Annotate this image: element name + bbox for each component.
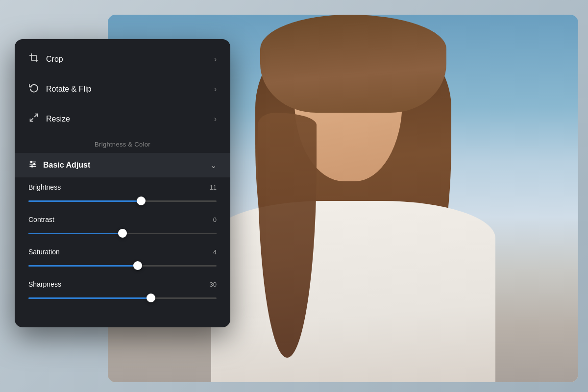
rotate-icon <box>28 83 39 95</box>
crop-chevron: › <box>214 55 217 64</box>
sliders-area: Brightness 11 Contrast 0 <box>15 179 230 318</box>
sharpness-value: 30 <box>210 281 217 288</box>
brightness-color-section: Brightness & Color <box>15 134 230 153</box>
resize-label: Resize <box>46 115 70 123</box>
rotate-menu-item[interactable]: Rotate & Flip › <box>15 74 230 104</box>
svg-line-1 <box>30 119 33 122</box>
rotate-label: Rotate & Flip <box>46 85 91 94</box>
crop-icon <box>28 53 39 65</box>
basic-adjust-accordion[interactable]: Basic Adjust ⌄ <box>15 153 230 177</box>
saturation-slider[interactable] <box>28 261 217 270</box>
saturation-slider-row: Saturation 4 <box>28 248 217 270</box>
sliders-icon <box>28 160 37 171</box>
svg-point-6 <box>34 164 35 165</box>
crop-label: Crop <box>46 55 63 64</box>
side-panel: Crop › Rotate & Flip › <box>15 39 230 327</box>
resize-chevron: › <box>214 115 217 123</box>
saturation-value: 4 <box>213 248 217 256</box>
sharpness-slider[interactable] <box>28 293 217 303</box>
scene: Crop › Rotate & Flip › <box>0 0 588 392</box>
brightness-value: 11 <box>210 184 217 191</box>
svg-point-7 <box>31 166 33 167</box>
brightness-slider[interactable] <box>28 196 217 206</box>
accordion-chevron: ⌄ <box>210 161 217 170</box>
svg-point-5 <box>31 161 32 163</box>
contrast-value: 0 <box>213 216 217 223</box>
rotate-chevron: › <box>214 85 217 94</box>
saturation-label: Saturation <box>28 248 60 256</box>
brightness-label: Brightness <box>28 183 61 191</box>
contrast-slider-row: Contrast 0 <box>28 216 217 238</box>
sharpness-slider-row: Sharpness 30 <box>28 280 217 303</box>
resize-icon <box>28 113 39 125</box>
contrast-slider[interactable] <box>28 228 217 238</box>
sharpness-label: Sharpness <box>28 280 61 288</box>
basic-adjust-label: Basic Adjust <box>43 161 90 170</box>
brightness-slider-row: Brightness 11 <box>28 183 217 206</box>
crop-menu-item[interactable]: Crop › <box>15 44 230 74</box>
resize-menu-item[interactable]: Resize › <box>15 104 230 134</box>
contrast-label: Contrast <box>28 216 54 223</box>
svg-line-0 <box>35 114 38 117</box>
